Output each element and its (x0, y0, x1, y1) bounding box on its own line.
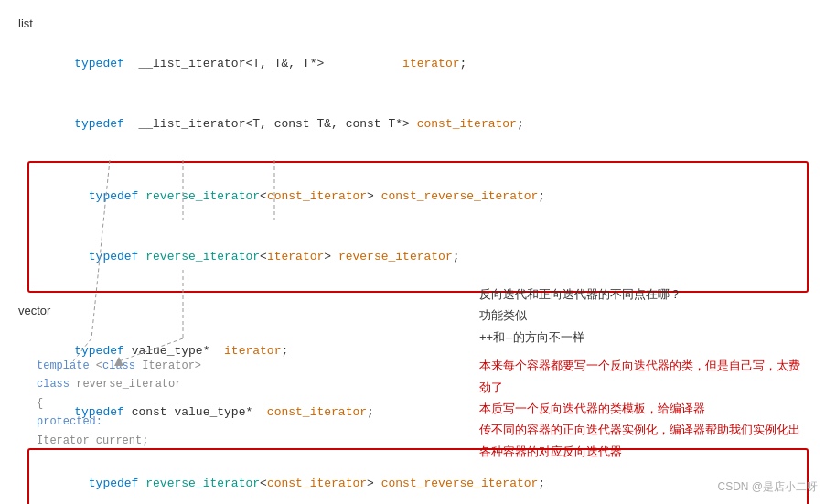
template-line-4: protected: (37, 413, 201, 431)
template-line-5: Iterator current; (37, 432, 201, 450)
list-line-1: typedef __list_iterator<T, T&, T*> itera… (18, 34, 818, 94)
list-box-line-1: typedef reverse_iterator<const_iterator>… (37, 166, 799, 227)
keyword-typedef: typedef (74, 57, 124, 70)
answer-text: 本来每个容器都要写一个反向迭代器的类，但是自己写，太费劲了 本质写一个反向迭代器… (479, 355, 809, 462)
question-text: 反向迭代和正向迭代器的不同点在哪？ 功能类似 ++和--的方向不一样 (479, 284, 809, 348)
template-code-block: template <class Iterator> class reverse_… (37, 357, 201, 450)
template-line-2: class reverse_iterator (37, 375, 201, 393)
list-label: list (18, 16, 818, 30)
template-line-1: template <class Iterator> (37, 357, 201, 375)
keyword-typedef: typedef (74, 117, 124, 131)
template-line-3: { (37, 394, 201, 413)
main-page: list typedef __list_iterator<T, T&, T*> … (0, 0, 836, 504)
list-box-line-2: typedef reverse_iterator<iterator> rever… (37, 227, 799, 287)
watermark: CSDN @是店小二呀 (717, 479, 818, 495)
list-line-2: typedef __list_iterator<T, const T&, con… (18, 94, 818, 155)
right-explanation-panel: 反向迭代和正向迭代器的不同点在哪？ 功能类似 ++和--的方向不一样 本来每个容… (479, 284, 809, 462)
list-highlighted-box: typedef reverse_iterator<const_iterator>… (27, 161, 809, 294)
